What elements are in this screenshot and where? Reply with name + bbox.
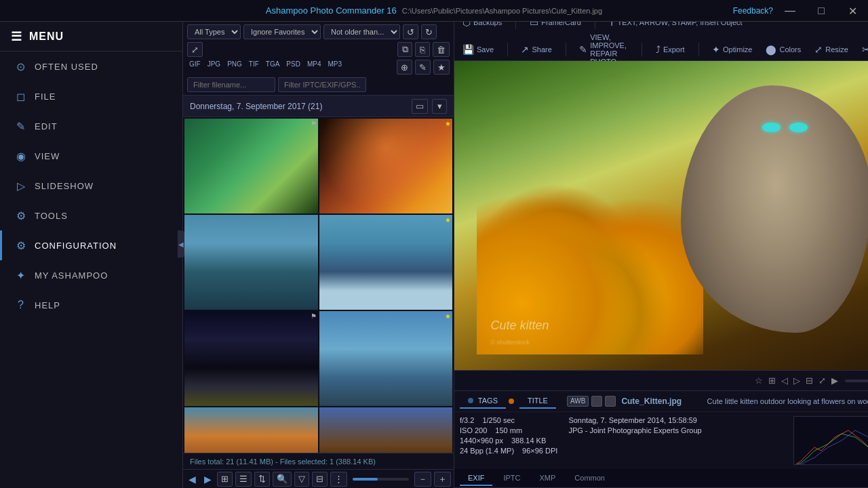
- feedback-button[interactable]: Feedback?: [733, 6, 773, 16]
- photo-thumb-street[interactable]: [319, 407, 453, 453]
- favorites-select[interactable]: Ignore Favorites: [243, 24, 321, 39]
- exif-row-4: 24 Bpp (1.4 MP) 96×96 DPI: [460, 447, 557, 455]
- photo-thumb-eiffel[interactable]: ⚑: [184, 311, 318, 406]
- sidebar-item-tools[interactable]: ⚙ TOOLS: [0, 201, 182, 230]
- photo-thumb-city[interactable]: ★: [319, 215, 453, 310]
- copy-button[interactable]: ⧉: [397, 42, 412, 57]
- sidebar-item-view[interactable]: ◉ VIEW: [0, 141, 182, 171]
- tif-badge[interactable]: TIF: [247, 60, 261, 75]
- refresh-button[interactable]: ↺: [403, 24, 418, 39]
- tab-exif[interactable]: EXIF: [460, 471, 492, 486]
- tga-badge[interactable]: TGA: [264, 60, 282, 75]
- minimize-button[interactable]: —: [774, 0, 806, 22]
- grid-view-button[interactable]: ⊞: [217, 472, 233, 487]
- sidebar-collapse-button[interactable]: ◀: [178, 230, 184, 258]
- tag-ctrl-button[interactable]: ⊞: [767, 374, 777, 387]
- next-button[interactable]: ▶: [201, 472, 214, 486]
- sidebar-item-label: SLIDESHOW: [35, 181, 94, 191]
- settings2-button[interactable]: ⋮: [330, 472, 347, 487]
- sidebar-item-file[interactable]: ◻ FILE: [0, 81, 182, 111]
- tags-section: TAGS TITLE: [460, 394, 556, 409]
- psd-badge[interactable]: PSD: [284, 60, 302, 75]
- photo-thumb-canyon[interactable]: [184, 407, 318, 453]
- collapse-date-button[interactable]: ▭: [412, 99, 428, 114]
- sidebar-item-edit[interactable]: ✎ EDIT: [0, 111, 182, 141]
- search-button[interactable]: 🔍: [273, 472, 292, 487]
- group-button[interactable]: ⊟: [312, 472, 328, 487]
- mp3-badge[interactable]: MP3: [326, 60, 344, 75]
- forward-button[interactable]: ↻: [421, 24, 437, 39]
- delete-button[interactable]: 🗑: [433, 42, 450, 57]
- main-image[interactable]: Cute kitten © shutterstock: [454, 61, 868, 370]
- next-img-button[interactable]: ▷: [792, 374, 802, 387]
- scan-button[interactable]: ⊕: [397, 60, 412, 75]
- jpg-badge[interactable]: JPG: [205, 60, 222, 75]
- date-header: Donnerstag, 7. September 2017 (21) ▭ ▾: [183, 96, 454, 117]
- share-icon: ↗: [521, 44, 529, 55]
- sidebar-item-my-ashampoo[interactable]: ✦ MY ASHAMPOO: [0, 260, 182, 290]
- main-layout: ☰ MENU ⊙ OFTEN USED ◻ FILE ✎ EDIT ◉ VIEW…: [0, 22, 868, 488]
- maximize-button[interactable]: □: [806, 0, 837, 22]
- fullscreen-button[interactable]: ⤢: [817, 374, 827, 387]
- date-select[interactable]: Not older than...: [323, 24, 400, 39]
- photo-thumb-peacock[interactable]: ⚑: [184, 119, 318, 214]
- star-ctrl-button[interactable]: ☆: [753, 374, 764, 387]
- zoom-out-button[interactable]: －: [414, 472, 431, 487]
- tab-xmp[interactable]: XMP: [532, 471, 564, 486]
- status-bar: Files total: 21 (11.41 MB) - Files selec…: [183, 453, 454, 469]
- file-path: C:\Users\Public\Pictures\Ashampoo Pictur…: [402, 7, 602, 15]
- star-button[interactable]: ★: [433, 60, 450, 75]
- expand-button[interactable]: ⤢: [187, 42, 203, 57]
- paste-button[interactable]: ⎘: [415, 42, 430, 57]
- brightness-slider[interactable]: [845, 380, 868, 382]
- sidebar-item-often-used[interactable]: ⊙ OFTEN USED: [0, 52, 182, 81]
- close-button[interactable]: ✕: [837, 0, 868, 22]
- type-select[interactable]: All Types: [187, 24, 241, 39]
- colors-button[interactable]: ⬤ Colors: [763, 43, 804, 56]
- color-button2[interactable]: [605, 396, 616, 407]
- photo-thumb-cave[interactable]: ★: [319, 119, 453, 214]
- cut-button[interactable]: ✂ Cut (Object): [859, 40, 868, 59]
- title-dot: [509, 399, 514, 404]
- photo-thumb-bridge[interactable]: [184, 215, 318, 310]
- filter-button[interactable]: ▽: [294, 472, 309, 487]
- sidebar-item-configuration[interactable]: ⚙ CONFIGURATION: [0, 230, 182, 260]
- share-button[interactable]: ↗ Share: [518, 43, 554, 56]
- png-badge[interactable]: PNG: [225, 60, 244, 75]
- export-button[interactable]: ⤴ Export: [653, 43, 688, 56]
- tab-common[interactable]: Common: [566, 471, 613, 486]
- expand-date-button[interactable]: ▾: [432, 99, 447, 114]
- menu-button[interactable]: ☰ MENU: [0, 22, 182, 52]
- zoom-in-button[interactable]: ＋: [434, 472, 451, 487]
- photo-thumb-venice[interactable]: ★: [319, 311, 453, 406]
- optimize-button[interactable]: ✦ Optimize: [709, 43, 755, 56]
- scroll-track[interactable]: [353, 478, 409, 481]
- resize-button[interactable]: ⤢ Resize: [812, 43, 851, 56]
- filter-filename-input[interactable]: [187, 77, 275, 92]
- collapse-arrow-icon: ◀: [178, 241, 184, 248]
- edit-btn2[interactable]: ✎: [415, 60, 431, 75]
- slideshow-ctrl-button[interactable]: ▶: [830, 374, 840, 387]
- awb-badge[interactable]: AWB: [567, 396, 589, 407]
- sidebar-item-slideshow[interactable]: ▷ SLIDESHOW: [0, 171, 182, 201]
- exif-dpi-value: 96×96 DPI: [522, 447, 557, 455]
- grid-ctrl-button[interactable]: ⊟: [804, 374, 814, 387]
- sort-button[interactable]: ⇅: [254, 472, 270, 487]
- color-button[interactable]: [591, 396, 602, 407]
- prev-button[interactable]: ◀: [186, 472, 199, 486]
- sidebar-item-help[interactable]: ? HELP: [0, 290, 182, 320]
- prev-img-button[interactable]: ◁: [780, 374, 789, 387]
- tab-title[interactable]: TITLE: [519, 394, 556, 409]
- tab-iptc[interactable]: IPTC: [495, 471, 528, 486]
- exif-row-date: Sonntag, 7. September 2014, 15:58:59: [568, 416, 701, 424]
- detail-view-button[interactable]: ☰: [235, 472, 252, 487]
- tab-tags[interactable]: TAGS: [460, 394, 506, 409]
- save-icon: 💾: [462, 44, 474, 55]
- save-button[interactable]: 💾 Save: [460, 43, 496, 56]
- image-description: Cute little kitten outdoor looking at fl…: [707, 397, 868, 405]
- gif-badge[interactable]: GIF: [187, 60, 203, 75]
- sidebar-item-label: VIEW: [35, 151, 60, 161]
- mp4-badge[interactable]: MP4: [305, 60, 323, 75]
- filter-iptc-input[interactable]: [278, 77, 366, 92]
- sidebar-item-label: EDIT: [35, 121, 58, 131]
